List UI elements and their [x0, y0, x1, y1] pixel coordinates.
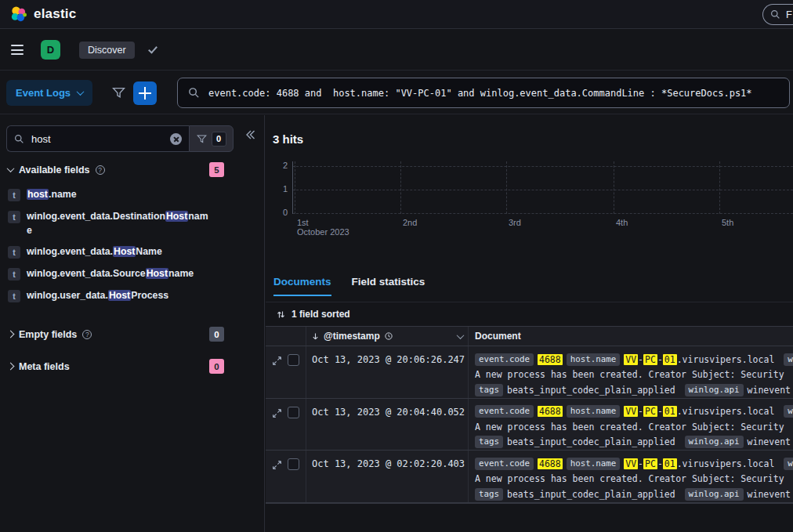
highlight-mark: 01 [663, 458, 677, 469]
space-avatar[interactable]: D [41, 40, 60, 60]
field-badge: tags [475, 436, 503, 448]
document-header-label: Document [475, 331, 521, 342]
field-list-item[interactable]: t host.name [0, 184, 235, 206]
row-timestamp: Oct 13, 2023 @ 20:04:40.052 [306, 399, 469, 451]
document-text: - [657, 354, 663, 365]
document-text: .virusvipers.local [677, 406, 780, 417]
tab-documents[interactable]: Documents [273, 276, 331, 296]
document-text: winevent [748, 385, 791, 396]
clear-search-icon[interactable] [170, 133, 182, 145]
field-list-item[interactable]: t winlog.event_data.HostName [0, 241, 235, 263]
document-text: beats_input_codec_plain_applied [507, 436, 681, 447]
document-text: .virusvipers.local [677, 354, 780, 365]
search-icon [188, 87, 200, 99]
available-fields-header[interactable]: Available fields ? 5 [0, 162, 235, 177]
empty-fields-header[interactable]: Empty fields ? 0 [0, 327, 235, 342]
document-line: tagsbeats_input_codec_plain_applied winl… [475, 435, 793, 451]
meta-fields-header[interactable]: Meta fields 0 [0, 359, 235, 374]
tabs: DocumentsField statistics [273, 276, 425, 296]
document-line: event.code4688host.nameVV-PC-01.virusvip… [475, 456, 793, 472]
table-row: Oct 13, 2023 @ 02:02:20.403 event.code46… [266, 451, 793, 503]
document-text: - [638, 354, 643, 365]
expand-row-icon[interactable] [272, 407, 282, 422]
collapse-sidebar-icon[interactable] [244, 128, 256, 144]
tab-field-statistics[interactable]: Field statistics [352, 276, 425, 296]
field-badge: win [784, 458, 793, 470]
sorted-fields-button[interactable]: 1 field sorted [266, 302, 793, 326]
x-tick-label: 1st [297, 218, 309, 227]
filter-by-type-button[interactable]: 0 [189, 125, 234, 152]
check-icon[interactable] [148, 44, 158, 53]
filter-funnel-icon [197, 134, 207, 144]
document-text: - [657, 458, 663, 469]
x-tick-label: 3rd [509, 218, 521, 227]
document-line: event.code4688host.nameVV-PC-01.virusvip… [475, 404, 793, 420]
chevron-down-icon [7, 165, 15, 172]
field-badge: host.name [567, 353, 621, 366]
document-line: A new process has been created. Creator … [475, 419, 793, 435]
row-checkbox[interactable] [288, 354, 299, 366]
x-axis-month-label: October 2023 [297, 227, 349, 237]
highlight-mark: 4688 [538, 354, 563, 365]
field-badge: winlog.api [685, 488, 744, 501]
fields-sidebar: host 0 Available fields ? 5 t host.name … [0, 115, 265, 532]
row-timestamp: Oct 13, 2023 @ 02:02:20.403 [306, 451, 469, 502]
filter-funnel-icon[interactable] [112, 86, 125, 103]
v-gridline [614, 161, 614, 214]
v-gridline [506, 161, 507, 214]
available-fields-label: Available fields [19, 165, 90, 176]
x-axis-labels: 1stOctober 20232nd3rd4th5th [266, 218, 793, 240]
row-checkbox[interactable] [288, 458, 299, 470]
control-column-header [266, 327, 306, 346]
field-badge: host.name [567, 405, 621, 418]
data-view-picker[interactable]: Event Logs [6, 80, 92, 106]
menu-hamburger-icon[interactable] [9, 42, 25, 58]
table-body: Oct 13, 2023 @ 20:06:26.247 event.code46… [266, 346, 793, 503]
document-line: tagsbeats_input_codec_plain_applied winl… [475, 487, 793, 502]
text-field-type-icon: t [8, 211, 20, 223]
highlight-mark: PC [643, 458, 657, 469]
filter-count-badge: 0 [212, 132, 226, 147]
row-document: event.code4688host.nameVV-PC-01.virusvip… [469, 346, 793, 398]
table-row: Oct 13, 2023 @ 20:06:26.247 event.code46… [266, 346, 793, 399]
histogram-chart: 1stOctober 20232nd3rd4th5th 210 [266, 115, 793, 248]
field-search-value: host [31, 133, 163, 145]
empty-fields-count: 0 [209, 327, 224, 342]
add-filter-button[interactable] [133, 81, 157, 105]
v-gridline [295, 161, 295, 214]
top-header-bar: elastic F [0, 0, 793, 29]
sort-updown-icon [276, 309, 286, 320]
field-badge: event.code [475, 353, 534, 366]
field-list-item[interactable]: t winlog.user_data.HostProcess [0, 285, 235, 307]
field-list-item[interactable]: t winlog.event_data.DestinationHostname [0, 206, 235, 242]
field-badge: win [784, 405, 793, 418]
query-text: event.code: 4688 and host.name: "VV-PC-0… [208, 88, 752, 99]
expand-row-icon[interactable] [272, 355, 282, 369]
info-icon[interactable]: ? [96, 165, 105, 175]
row-timestamp: Oct 13, 2023 @ 20:06:26.247 [306, 346, 469, 398]
timestamp-column-header[interactable]: @timestamp [306, 327, 469, 346]
y-axis-line [292, 161, 293, 214]
global-search-input[interactable]: F [762, 4, 793, 25]
document-column-header[interactable]: Document [469, 327, 793, 346]
document-text: winevent [748, 436, 791, 447]
document-text: A new process has been created. Creator … [475, 473, 784, 484]
x-tick-label: 2nd [403, 218, 417, 227]
query-input[interactable]: event.code: 4688 and host.name: "VV-PC-0… [177, 78, 790, 108]
elastic-logo[interactable]: elastic [9, 5, 76, 24]
document-text: beats_input_codec_plain_applied [507, 385, 681, 396]
breadcrumb-discover[interactable]: Discover [79, 42, 135, 59]
document-line: A new process has been created. Creator … [475, 367, 793, 383]
highlight-mark: VV [624, 406, 638, 417]
field-list-item[interactable]: t winlog.event_data.SourceHostname [0, 263, 235, 285]
info-icon[interactable]: ? [82, 330, 92, 339]
field-badge: win [784, 353, 793, 366]
document-text: winevent [748, 489, 791, 500]
table-row: Oct 13, 2023 @ 20:04:40.052 event.code46… [266, 399, 793, 451]
highlight-mark: VV [624, 354, 638, 365]
expand-row-icon[interactable] [272, 459, 282, 473]
row-checkbox[interactable] [288, 407, 299, 418]
field-search-input[interactable]: host [6, 125, 189, 152]
column-menu-chevron-icon[interactable] [457, 331, 465, 339]
highlight-mark: PC [643, 354, 657, 365]
